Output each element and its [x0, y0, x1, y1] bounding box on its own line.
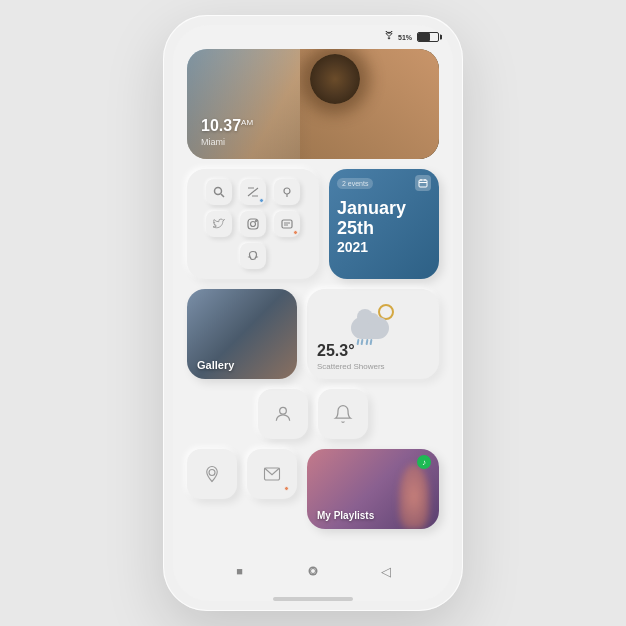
- playlists-row: ♪ My Playlists: [187, 449, 439, 529]
- weather-description: Scattered Showers: [317, 362, 385, 371]
- calendar-year: 2021: [337, 239, 431, 255]
- wifi-icon: [383, 31, 395, 43]
- nav-home-button[interactable]: [303, 561, 323, 581]
- calendar-widget[interactable]: 2 events January 25th 2021: [329, 169, 439, 279]
- svg-point-6: [256, 221, 257, 222]
- home-indicator: [273, 597, 353, 601]
- mail-dot: [284, 486, 289, 491]
- app-icon-twitter2[interactable]: [206, 211, 232, 237]
- mail-button[interactable]: [247, 449, 297, 499]
- app-icon-twitter[interactable]: [240, 179, 266, 205]
- apps-row-2: [197, 211, 309, 237]
- svg-point-0: [215, 188, 222, 195]
- apps-row-1: [197, 179, 309, 205]
- svg-line-1: [221, 194, 224, 197]
- app-icon-search[interactable]: [206, 179, 232, 205]
- hero-text: 10.37AM Miami: [201, 117, 253, 147]
- twitter-dot: [259, 198, 264, 203]
- playlist-smoke-effect: [399, 464, 429, 529]
- svg-rect-7: [282, 220, 292, 228]
- app-icon-instagram[interactable]: [240, 211, 266, 237]
- playlist-label: My Playlists: [317, 510, 374, 521]
- app-icon-pinterest[interactable]: [274, 179, 300, 205]
- weather-temperature: 25.3°: [317, 342, 355, 360]
- weather-widget[interactable]: 25.3° Scattered Showers: [307, 289, 439, 379]
- row-apps-calendar: 2 events January 25th 2021: [187, 169, 439, 279]
- status-icons: 51%: [383, 31, 439, 43]
- nav-back-button[interactable]: ◁: [376, 561, 396, 581]
- profile-button[interactable]: [258, 389, 308, 439]
- main-scroll[interactable]: 10.37AM Miami: [173, 45, 453, 555]
- spotify-icon: ♪: [417, 455, 431, 469]
- bottom-nav-bar: ■ ◁: [173, 555, 453, 593]
- weather-icon-area: [317, 301, 429, 342]
- svg-point-5: [251, 222, 256, 227]
- svg-point-15: [209, 470, 215, 476]
- nav-icons-row: [187, 389, 439, 439]
- phone-frame: 51% 10.37AM Miami: [163, 15, 463, 611]
- calendar-date: January 25th 2021: [329, 195, 439, 265]
- nav-square-button[interactable]: ■: [230, 561, 250, 581]
- battery-icon: [417, 32, 439, 42]
- app-icon-snapchat[interactable]: [240, 243, 266, 269]
- row-gallery-weather: Gallery: [187, 289, 439, 379]
- calendar-header: 2 events: [329, 169, 439, 195]
- status-bar: 51%: [173, 25, 453, 45]
- location-button[interactable]: [187, 449, 237, 499]
- app-icon-files[interactable]: [274, 211, 300, 237]
- bell-button[interactable]: [318, 389, 368, 439]
- calendar-date-text: January 25th: [337, 199, 431, 239]
- calendar-events: 2 events: [337, 178, 373, 189]
- calendar-icon: [415, 175, 431, 191]
- svg-point-14: [280, 407, 287, 414]
- apps-row-3: [197, 243, 309, 269]
- hero-time: 10.37AM: [201, 117, 253, 135]
- phone-screen: 51% 10.37AM Miami: [173, 25, 453, 601]
- hero-location: Miami: [201, 137, 253, 147]
- apps-widget[interactable]: [187, 169, 319, 279]
- svg-rect-10: [419, 180, 427, 187]
- gallery-label: Gallery: [197, 359, 234, 371]
- gallery-widget[interactable]: Gallery: [187, 289, 297, 379]
- weather-cloud-sun-icon: [351, 304, 396, 339]
- files-dot: [293, 230, 298, 235]
- hero-card[interactable]: 10.37AM Miami: [187, 49, 439, 159]
- svg-point-2: [284, 188, 290, 194]
- playlist-widget[interactable]: ♪ My Playlists: [307, 449, 439, 529]
- battery-text: 51%: [398, 34, 412, 41]
